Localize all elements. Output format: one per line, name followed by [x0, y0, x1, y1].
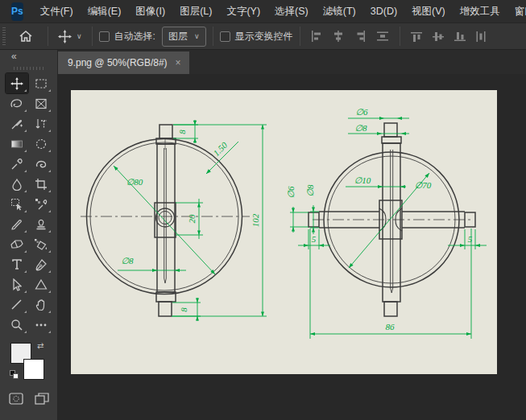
align-bottom-icon[interactable]	[454, 31, 466, 43]
move-tool-option-icon[interactable]	[58, 30, 72, 43]
separator	[300, 27, 300, 46]
hand-icon	[35, 299, 48, 311]
dim-left-diameter-80: ∅80	[126, 177, 143, 187]
tool-eraser[interactable]	[6, 234, 28, 254]
menu-bar: Ps 文件(F) 编辑(E) 图像(I) 图层(L) 文字(Y) 选择(S) 滤…	[0, 0, 526, 23]
quick-mask-icon[interactable]	[9, 393, 23, 405]
collapse-panel-button[interactable]: «	[11, 51, 16, 62]
move-icon	[10, 77, 23, 90]
tool-more[interactable]	[30, 315, 52, 335]
tool-move[interactable]	[6, 73, 28, 93]
distribute-v-icon[interactable]	[375, 31, 390, 42]
line-icon	[10, 299, 23, 311]
photoshop-logo: Ps	[11, 2, 23, 21]
menu-layer[interactable]: 图层(L)	[172, 0, 219, 23]
dim-left-chamfer: 1.50	[211, 140, 229, 158]
dim-right-right-5: 5	[468, 234, 473, 244]
tool-gradient[interactable]	[6, 134, 28, 154]
tool-eyedropper[interactable]	[6, 154, 28, 174]
frame-icon	[35, 97, 48, 110]
tool-marquee[interactable]	[30, 73, 52, 93]
tool-color-sampler[interactable]	[30, 194, 52, 214]
type-icon	[11, 258, 23, 270]
align-center-v-icon[interactable]	[432, 31, 445, 43]
tool-type[interactable]	[6, 254, 28, 274]
screen-mode-icon[interactable]	[35, 393, 49, 405]
eyedropper-icon	[10, 158, 23, 171]
chevron-down-icon[interactable]: ∨	[77, 32, 82, 40]
auto-select-target-value: 图层	[168, 30, 188, 43]
tool-direct-select[interactable]	[6, 274, 28, 294]
path-select-icon	[10, 198, 23, 211]
menu-edit[interactable]: 编辑(E)	[81, 0, 129, 23]
menu-view[interactable]: 视图(V)	[404, 0, 453, 23]
menu-filter[interactable]: 滤镜(T)	[316, 0, 363, 23]
document-canvas[interactable]: 8 1.50 ∅80 20	[71, 90, 497, 374]
tool-lasso[interactable]	[6, 93, 28, 113]
tool-pen[interactable]	[30, 254, 52, 274]
pen-icon	[35, 258, 48, 271]
tool-clone-stamp[interactable]	[30, 214, 52, 234]
crop-icon	[35, 178, 48, 191]
material-eyedropper-icon	[35, 158, 48, 171]
tool-crop[interactable]	[30, 174, 52, 194]
tool-zoom[interactable]	[6, 315, 28, 335]
dim-right-capleft-d6: ∅6	[286, 186, 296, 199]
paint-bucket-icon	[34, 238, 48, 251]
menu-select[interactable]: 选择(S)	[267, 0, 316, 23]
default-colors-icon[interactable]	[10, 370, 19, 379]
swap-colors-icon[interactable]: ⇄	[37, 341, 43, 350]
direct-select-icon	[11, 278, 22, 291]
show-transform-label: 显示变换控件	[235, 30, 293, 43]
separator	[213, 27, 213, 46]
tool-pattern-stamp[interactable]	[30, 134, 52, 154]
close-tab-icon[interactable]: ×	[176, 57, 181, 68]
align-group-vertical	[410, 31, 487, 43]
options-grip[interactable]	[2, 27, 6, 45]
dim-left-height-102: 102	[251, 213, 260, 227]
dim-right-diameter-70: ∅70	[415, 180, 432, 190]
tool-healing-brush[interactable]	[6, 113, 28, 134]
tool-blur[interactable]	[6, 174, 28, 194]
tool-paint-bucket[interactable]	[30, 234, 52, 254]
menu-window[interactable]: 窗口(W)	[507, 0, 526, 23]
technical-drawing: 8 1.50 ∅80 20	[71, 90, 497, 374]
show-transform-checkbox[interactable]	[220, 31, 230, 42]
pattern-stamp-icon	[35, 138, 48, 150]
home-icon[interactable]	[19, 29, 33, 43]
tool-path-select[interactable]	[6, 194, 28, 214]
tool-frame[interactable]	[30, 93, 52, 113]
menu-image[interactable]: 图像(I)	[128, 0, 172, 23]
canvas-area: 8 1.50 ∅80 20	[58, 74, 526, 420]
menu-3d[interactable]: 3D(D)	[363, 0, 404, 23]
tool-type-mask[interactable]	[30, 113, 52, 134]
align-left-icon[interactable]	[310, 31, 323, 42]
menu-type[interactable]: 文字(Y)	[219, 0, 267, 23]
tool-line[interactable]	[6, 294, 28, 315]
tool-shape[interactable]	[30, 274, 52, 294]
auto-select-checkbox[interactable]	[99, 31, 110, 42]
background-color-swatch[interactable]	[23, 359, 44, 380]
menu-plugins[interactable]: 增效工具	[453, 0, 507, 23]
auto-select-label: 自动选择:	[114, 30, 155, 43]
align-center-h-icon[interactable]	[332, 31, 345, 42]
shape-triangle-icon	[35, 278, 48, 290]
auto-select-target-dropdown[interactable]: 图层 ∨	[162, 27, 206, 47]
distribute-h-icon[interactable]	[475, 31, 487, 43]
document-tab-title: 9.png @ 50%(RGB/8#)	[68, 57, 168, 68]
lasso-icon	[10, 97, 23, 110]
dim-right-left-5: 5	[312, 234, 317, 244]
align-right-icon[interactable]	[354, 31, 367, 42]
align-top-icon[interactable]	[410, 31, 423, 43]
menu-file[interactable]: 文件(F)	[33, 0, 81, 23]
color-sampler-icon	[35, 198, 48, 211]
separator	[92, 27, 93, 46]
toolbar-grip[interactable]	[14, 67, 44, 70]
document-tab[interactable]: 9.png @ 50%(RGB/8#) ×	[58, 51, 189, 74]
dim-left-bottom-8: 8	[179, 307, 188, 312]
dim-right-cap-d6: ∅6	[355, 107, 368, 117]
align-group-horizontal	[310, 31, 390, 42]
tool-brush[interactable]	[6, 214, 28, 234]
tool-hand[interactable]	[30, 294, 52, 315]
tool-material-eyedropper[interactable]	[30, 154, 52, 174]
